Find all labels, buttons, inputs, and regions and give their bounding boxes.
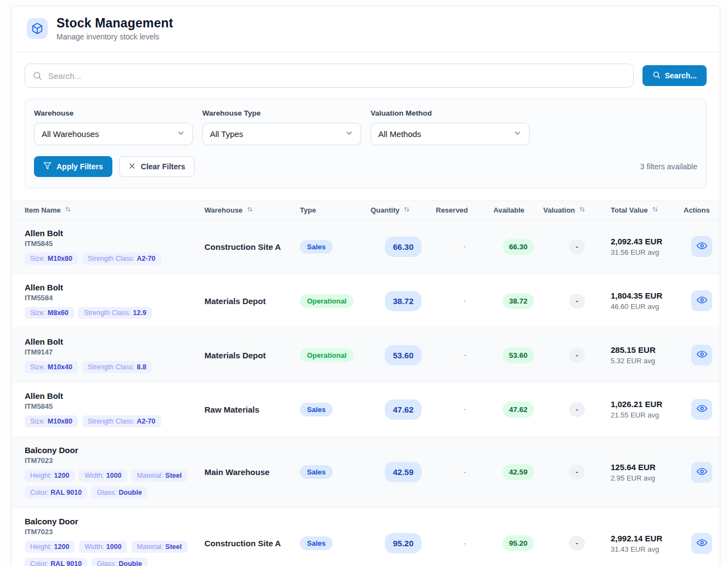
attribute-label: Size: [30, 418, 46, 425]
attribute-label: Strength Class: [88, 255, 134, 262]
select-valuation-method[interactable]: All Methods [371, 123, 530, 145]
type-badge: Sales [300, 403, 333, 416]
column-header-valuation[interactable]: Valuation [543, 205, 611, 215]
chevron-down-icon [177, 129, 185, 139]
valuation-pill: - [569, 348, 584, 363]
warehouse-cell: Construction Site A [204, 539, 300, 548]
attribute-label: Color: [30, 560, 48, 566]
search-button[interactable]: Search... [642, 65, 707, 86]
sort-icon [578, 205, 586, 215]
eye-icon [697, 538, 707, 550]
column-header-item-name[interactable]: Item Name [12, 205, 204, 215]
item-name: Allen Bolt [25, 228, 198, 238]
filter-actions: Apply Filters Clear Filters 3 filters av… [34, 156, 697, 177]
column-header-label: Valuation [543, 206, 575, 214]
valuation-cell: - [543, 348, 611, 363]
reserved-cell: - [436, 405, 493, 414]
clear-filters-button[interactable]: Clear Filters [119, 156, 195, 177]
sort-icon [403, 205, 411, 215]
attribute-value: M10x40 [48, 363, 72, 371]
select-warehouse-type[interactable]: All Types [202, 123, 361, 145]
attribute-label: Width: [84, 472, 104, 479]
valuation-pill: - [569, 402, 584, 417]
column-header-label: Reserved [436, 206, 468, 214]
column-header-total-value[interactable]: Total Value [611, 205, 684, 215]
attribute-label: Strength Class: [88, 363, 134, 371]
attribute-label: Glass: [97, 489, 116, 496]
total-value: 125.64 EUR [611, 462, 684, 472]
column-header-actions: Actions [684, 206, 720, 214]
reserved-cell: - [436, 242, 493, 251]
column-header-label: Warehouse [204, 206, 243, 214]
item-code: ITM7023 [25, 528, 198, 536]
search-button-icon [652, 71, 661, 81]
attribute-label: Material: [137, 472, 163, 479]
quantity-pill: 66.30 [385, 237, 422, 257]
item-cell: Allen BoltITM9147Size:M10x40Strength Cla… [12, 337, 204, 373]
available-pill: 53.60 [503, 347, 534, 363]
sort-icon [651, 205, 659, 215]
apply-filters-button[interactable]: Apply Filters [34, 156, 112, 177]
attribute-label: Glass: [97, 560, 116, 566]
attribute-value: M10x80 [48, 255, 72, 262]
type-cell: Sales [300, 465, 371, 479]
attribute-badge: Strength Class:A2-70 [82, 415, 161, 427]
attribute-value: 1200 [54, 472, 70, 479]
eye-icon [697, 466, 707, 478]
view-details-button[interactable] [691, 345, 712, 365]
attribute-label: Strength Class: [88, 418, 134, 425]
table-row: Allen BoltITM5845Size:M10x80Strength Cla… [12, 382, 720, 437]
search-box [25, 64, 634, 88]
attribute-badge: Height:1200 [25, 541, 75, 553]
type-badge: Operational [300, 348, 354, 362]
average-value: 31.56 EUR avg [611, 248, 684, 256]
attribute-value: 1200 [54, 543, 70, 551]
valuation-cell: - [543, 402, 611, 417]
view-details-button[interactable] [691, 399, 712, 420]
average-value: 2.95 EUR avg [611, 474, 684, 482]
search-input[interactable] [25, 64, 634, 88]
total-value: 1,804.35 EUR [611, 291, 684, 300]
column-header-warehouse[interactable]: Warehouse [204, 205, 300, 215]
view-details-button[interactable] [691, 236, 712, 257]
item-attributes: Size:M10x80Strength Class:A2-70 [25, 253, 189, 265]
attribute-badge: Width:1000 [79, 541, 127, 553]
item-cell: Allen BoltITM5845Size:M10x80Strength Cla… [12, 391, 204, 427]
available-cell: 95.20 [493, 535, 543, 551]
warehouse-cell: Raw Materials [204, 405, 300, 414]
attribute-badge: Material:Steel [132, 470, 187, 482]
clear-filters-label: Clear Filters [141, 162, 185, 171]
available-pill: 95.20 [503, 535, 534, 551]
select-warehouse[interactable]: All Warehouses [34, 123, 193, 145]
attribute-label: Size: [30, 363, 46, 371]
view-details-button[interactable] [691, 290, 712, 311]
item-code: ITM5845 [25, 239, 198, 248]
attribute-label: Height: [30, 472, 52, 479]
filters-available-text: 3 filters available [640, 162, 697, 171]
type-badge: Sales [300, 240, 333, 254]
attribute-label: Color: [30, 489, 48, 496]
actions-cell [684, 345, 720, 365]
item-name: Allen Bolt [25, 337, 198, 346]
column-header-label: Total Value [611, 206, 648, 214]
valuation-pill: - [569, 294, 584, 308]
column-header-quantity[interactable]: Quantity [371, 205, 436, 215]
view-details-button[interactable] [691, 533, 712, 554]
average-value: 31.43 EUR avg [611, 545, 684, 553]
total-value-cell: 125.64 EUR2.95 EUR avg [611, 462, 684, 482]
reserved-value: - [463, 405, 466, 414]
warehouse-cell: Materials Depot [204, 351, 300, 360]
valuation-cell: - [543, 536, 611, 551]
quantity-cell: 42.59 [371, 462, 436, 482]
stock-table: Item NameWarehouseTypeQuantityReservedAv… [12, 201, 720, 566]
type-badge: Sales [300, 536, 333, 550]
total-value: 2,992.14 EUR [611, 534, 684, 543]
attribute-label: Material: [137, 543, 163, 551]
warehouse-cell: Materials Depot [204, 296, 300, 306]
type-cell: Sales [300, 536, 371, 550]
total-value-cell: 285.15 EUR5.32 EUR avg [611, 345, 684, 365]
page-header-text: Stock Management Manage inventory stock … [56, 16, 173, 41]
reserved-value: - [463, 351, 466, 359]
view-details-button[interactable] [691, 462, 712, 483]
page-header: Stock Management Manage inventory stock … [12, 6, 720, 53]
